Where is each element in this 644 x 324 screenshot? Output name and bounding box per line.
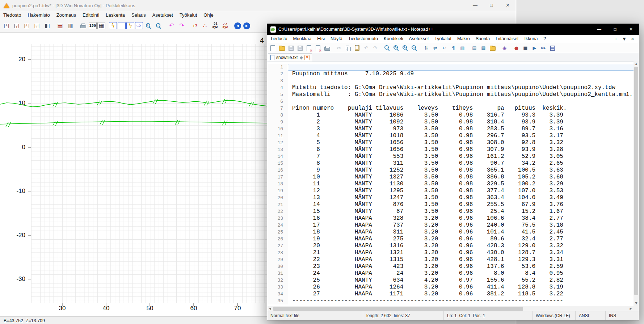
line-number[interactable]: 6	[267, 98, 288, 105]
menu-item-selaus[interactable]: Selaus	[128, 11, 149, 19]
line-number[interactable]: 14	[267, 153, 288, 160]
line-number[interactable]: 4	[267, 84, 288, 91]
previous-element-icon[interactable]: ◀	[234, 22, 241, 29]
folder-as-workspace-icon[interactable]	[488, 44, 497, 52]
window-arrange-icon[interactable]: ◧	[42, 21, 52, 30]
editor-line-26[interactable]: 26 19 HAAPA 275 3.20 0.96 89.6 32.4 2.77	[267, 236, 639, 243]
pan-icon[interactable]: ⇨	[135, 22, 143, 29]
menu-item-muokkaa[interactable]: Muokkaa	[290, 35, 314, 43]
line-number[interactable]: 32	[267, 277, 288, 284]
menu-item-ty-kalut[interactable]: Työkalut	[176, 11, 200, 19]
editor-line-6[interactable]: 6	[267, 98, 639, 105]
macro-run-multiple-icon[interactable]: ▶▶	[539, 44, 548, 52]
sync-horizontal-icon[interactable]: ⇄	[431, 44, 439, 52]
line-number[interactable]: 29	[267, 256, 288, 263]
menu-item-hakemisto[interactable]: Hakemisto	[24, 11, 53, 19]
notepad-close-button[interactable]: ✕	[623, 24, 639, 35]
menu-item-editointi[interactable]: Editointi	[79, 11, 102, 19]
line-number[interactable]: 25	[267, 229, 288, 236]
status-encoding[interactable]: ANSI	[575, 311, 605, 320]
editor-line-text[interactable]: 15 MÄNTY 87 3.50 0.98 25.4 15.2 1.67	[288, 208, 639, 215]
line-number[interactable]: 21	[267, 201, 288, 208]
menu-item-ohje[interactable]: Ohje	[200, 11, 216, 19]
editor-line-21[interactable]: 21 14 MÄNTY 876 3.50 0.98 255.5 67.9 3.7…	[267, 201, 639, 208]
vertical-scroll-thumb[interactable]	[634, 67, 638, 295]
editor-line-12[interactable]: 12 5 MÄNTY 1056 3.50 0.98 308.0 92.8 3.3…	[267, 139, 639, 146]
editor-line-22[interactable]: 22 15 MÄNTY 87 3.50 0.98 25.4 15.2 1.67	[267, 208, 639, 215]
open-file-icon[interactable]	[278, 44, 286, 52]
editor-line-text[interactable]: 16 HAAPA 328 3.20 0.96 106.6 38.4 2.77	[288, 215, 639, 222]
print-icon[interactable]	[323, 44, 331, 52]
editor-line-19[interactable]: 19 12 MÄNTY 1295 3.50 0.98 377.4 107.0 3…	[267, 188, 639, 194]
line-number[interactable]: 26	[267, 236, 288, 243]
editor-line-34[interactable]: 34 27 HAAPA 1171 3.20 0.96 381.2 118.5 3…	[267, 291, 639, 298]
line-number[interactable]: 17	[267, 174, 288, 181]
zoom-previous-icon[interactable]: ϟ	[126, 22, 134, 29]
tab-new-button[interactable]: +	[612, 37, 620, 41]
menu-item-makro[interactable]: Makro	[454, 35, 473, 43]
editor-line-text[interactable]: 14 MÄNTY 876 3.50 0.98 255.5 67.9 3.76	[288, 201, 639, 208]
vertical-scrollbar[interactable]: ▲ ▼	[634, 61, 639, 306]
save-all-icon[interactable]	[296, 44, 304, 52]
line-number[interactable]: 20	[267, 194, 288, 201]
editor-line-1[interactable]: 1	[267, 64, 639, 71]
window-cross-section-icon[interactable]: ◲	[32, 21, 42, 30]
status-eol-format[interactable]: Windows (CR LF)	[532, 311, 575, 320]
editor-line-text[interactable]: 3 MÄNTY 973 3.50 0.98 283.5 89.7 3.16	[288, 126, 639, 132]
line-number[interactable]: 8	[267, 112, 288, 119]
file-save-icon[interactable]: ▥	[66, 21, 75, 30]
macro-stop-icon[interactable]: ■	[521, 44, 530, 52]
line-number[interactable]: 22	[267, 208, 288, 215]
editor-line-10[interactable]: 10 3 MÄNTY 973 3.50 0.98 283.5 89.7 3.16	[267, 126, 639, 132]
editor-line-18[interactable]: 18 11 MÄNTY 1130 3.50 0.98 329.5 100.2 3…	[267, 181, 639, 188]
line-number[interactable]: 16	[267, 167, 288, 174]
line-number[interactable]: 18	[267, 181, 288, 188]
editor-line-text[interactable]: 1 MÄNTY 1086 3.50 0.98 316.7 93.3 3.39	[288, 112, 639, 119]
text-editor[interactable]: 12Puupinon mittaus 7.10.2025 9.4934Mitat…	[267, 62, 639, 307]
coordinate-display-icon[interactable]: ·21xyz	[210, 21, 220, 30]
editor-line-32[interactable]: 32 25 MÄNTY 634 4.20 0.97 155.6 55.2 2.8…	[267, 277, 639, 284]
menu-item-suorita[interactable]: Suorita	[473, 35, 493, 43]
editor-line-23[interactable]: 23 16 HAAPA 328 3.20 0.96 106.6 38.4 2.7…	[267, 215, 639, 222]
menu-item-?[interactable]: ?	[540, 35, 549, 43]
menu-item-n-yt-[interactable]: Näytä	[328, 35, 345, 43]
line-number[interactable]: 19	[267, 188, 288, 194]
editor-line-text[interactable]	[288, 64, 639, 71]
line-number[interactable]: 11	[267, 132, 288, 139]
point-query-icon[interactable]: +?	[190, 21, 199, 30]
coordinate-check-icon[interactable]: ✓✗xyz	[220, 21, 230, 30]
editor-line-text[interactable]: 18 HAAPA 311 3.20 0.96 101.4 41.5 2.45	[288, 229, 639, 236]
editor-line-2[interactable]: 2Puupinon mittaus 7.10.2025 9.49	[267, 71, 639, 77]
editor-line-text[interactable]: 10 MÄNTY 1327 3.50 0.98 386.8 105.2 3.68	[288, 174, 639, 181]
editor-line-text[interactable]: 20 HAAPA 1316 3.20 0.96 428.3 129.0 3.32	[288, 243, 639, 249]
editor-line-text[interactable]: 27 HAAPA 1171 3.20 0.96 381.2 118.5 3.22	[288, 291, 639, 298]
line-number[interactable]: 33	[267, 284, 288, 291]
editor-line-text[interactable]: 12 MÄNTY 1295 3.50 0.98 377.4 107.0 3.53	[288, 188, 639, 194]
menu-item-laskenta[interactable]: Laskenta	[102, 11, 128, 19]
editor-line-text[interactable]: ----------------------------------------…	[288, 298, 639, 304]
3dwin-minimize-button[interactable]: —	[467, 0, 483, 11]
editor-line-9[interactable]: 9 2 MÄNTY 1092 3.50 0.98 318.4 93.9 3.39	[267, 119, 639, 126]
editor-line-text[interactable]: 19 HAAPA 275 3.20 0.96 89.6 32.4 2.77	[288, 236, 639, 243]
editor-line-text[interactable]: 4 MÄNTY 1018 3.50 0.98 296.7 93.5 3.17	[288, 132, 639, 139]
zoom-in-icon[interactable]: +	[401, 44, 409, 52]
notepad-minimize-button[interactable]: —	[591, 24, 607, 35]
editor-line-text[interactable]: 24 HAAPA 24 3.20 0.96 8.0 8.4 0.95	[288, 270, 639, 277]
indent-guide-icon[interactable]: ▥	[458, 44, 467, 52]
tab-close-icon[interactable]: ×	[304, 55, 310, 60]
editor-line-30[interactable]: 30 23 HAAPA 423 3.20 0.96 137.6 53.0 2.5…	[267, 263, 639, 270]
editor-line-15[interactable]: 15 8 MÄNTY 311 3.50 0.98 90.7 34.2 2.65	[267, 160, 639, 167]
line-number[interactable]: 15	[267, 160, 288, 167]
line-number[interactable]: 23	[267, 215, 288, 222]
paste-icon[interactable]	[353, 44, 361, 52]
redo-icon[interactable]: ↷	[177, 21, 186, 30]
close-file-icon[interactable]	[305, 44, 313, 52]
save-file-icon[interactable]	[287, 44, 295, 52]
line-number[interactable]: 7	[267, 105, 288, 112]
sync-vertical-icon[interactable]: ⇅	[422, 44, 430, 52]
macro-save-icon[interactable]	[548, 44, 557, 52]
line-number[interactable]: 24	[267, 222, 288, 229]
menu-item-asetukset[interactable]: Asetukset	[406, 35, 432, 43]
editor-line-text[interactable]: Mitattu tiedosto: G:\Oma Drive\Wiki-arti…	[288, 84, 639, 91]
editor-line-text[interactable]: 23 HAAPA 423 3.20 0.96 137.6 53.0 2.59	[288, 263, 639, 270]
